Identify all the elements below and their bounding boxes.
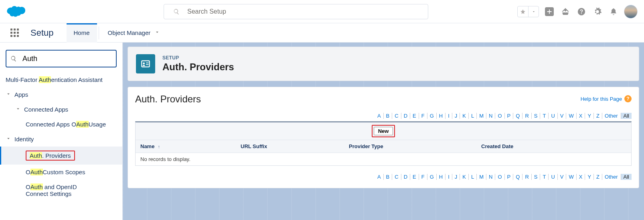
alpha-filter-o[interactable]: O bbox=[495, 174, 504, 180]
alpha-filter-v[interactable]: V bbox=[557, 113, 566, 119]
help-for-page-link[interactable]: Help for this Page ? bbox=[581, 95, 632, 102]
alpha-filter-c[interactable]: C bbox=[392, 113, 401, 119]
alpha-filter-q[interactable]: Q bbox=[513, 174, 522, 180]
alpha-filter-s[interactable]: S bbox=[531, 113, 540, 119]
alpha-filter-all[interactable]: All bbox=[621, 174, 632, 180]
user-avatar[interactable] bbox=[624, 5, 638, 18]
alpha-filter-d[interactable]: D bbox=[401, 113, 410, 119]
alpha-filter-r[interactable]: R bbox=[522, 174, 531, 180]
alpha-filter-s[interactable]: S bbox=[531, 174, 540, 180]
col-header-url-suffix[interactable]: URL Suffix bbox=[236, 140, 344, 153]
label-highlight: Auth bbox=[76, 121, 89, 128]
search-icon bbox=[10, 55, 17, 63]
alpha-filter-x[interactable]: X bbox=[576, 113, 585, 119]
alpha-filter-p[interactable]: P bbox=[504, 174, 513, 180]
favorite-star-button[interactable] bbox=[518, 6, 528, 17]
alpha-filter-y[interactable]: Y bbox=[585, 174, 593, 180]
setup-gear-icon[interactable] bbox=[592, 6, 603, 17]
sidebar-item-mfa-assistant[interactable]: Multi-Factor Authentication Assistant bbox=[0, 72, 122, 87]
favorite-dropdown-button[interactable] bbox=[528, 6, 539, 17]
alpha-filter-y[interactable]: Y bbox=[585, 113, 593, 119]
alpha-filter-l[interactable]: L bbox=[468, 113, 476, 119]
quick-find-wrap bbox=[6, 50, 117, 67]
alpha-filter-o[interactable]: O bbox=[495, 113, 504, 119]
sidebar-item-auth-providers[interactable]: Auth. Providers bbox=[0, 147, 122, 165]
alpha-filter-p[interactable]: P bbox=[504, 113, 513, 119]
page-header-card: SETUP Auth. Providers bbox=[128, 47, 639, 81]
chevron-down-icon bbox=[154, 29, 160, 36]
alpha-filter-x[interactable]: X bbox=[576, 174, 585, 180]
alpha-filter-c[interactable]: C bbox=[392, 174, 401, 180]
col-header-provider-type[interactable]: Provider Type bbox=[344, 140, 476, 153]
alpha-filter-k[interactable]: K bbox=[460, 174, 468, 180]
alpha-filter-i[interactable]: I bbox=[445, 174, 452, 180]
help-icon[interactable] bbox=[576, 6, 587, 17]
sidebar-node-identity[interactable]: Identity bbox=[0, 132, 122, 147]
alpha-filter-j[interactable]: J bbox=[452, 174, 460, 180]
notifications-bell-icon[interactable] bbox=[608, 6, 619, 17]
tab-home[interactable]: Home bbox=[67, 23, 97, 43]
sidebar-item-oauth-custom-scopes[interactable]: OAuth Custom Scopes bbox=[0, 165, 122, 179]
sidebar-item-label: Apps bbox=[14, 91, 28, 98]
alpha-filter-f[interactable]: F bbox=[419, 174, 427, 180]
alpha-filter-j[interactable]: J bbox=[452, 113, 460, 119]
app-launcher-icon[interactable] bbox=[10, 29, 19, 37]
alpha-filter-u[interactable]: U bbox=[548, 174, 557, 180]
alpha-filter-g[interactable]: G bbox=[427, 174, 436, 180]
alpha-filter-l[interactable]: L bbox=[468, 174, 476, 180]
col-header-created-date[interactable]: Created Date bbox=[476, 140, 631, 153]
alpha-filter-v[interactable]: V bbox=[557, 174, 566, 180]
alpha-filter-z[interactable]: Z bbox=[593, 113, 602, 119]
help-icon: ? bbox=[624, 95, 632, 102]
alpha-filter-e[interactable]: E bbox=[410, 113, 419, 119]
alpha-filter-e[interactable]: E bbox=[410, 174, 419, 180]
tab-object-manager[interactable]: Object Manager bbox=[101, 23, 168, 43]
alpha-filter-d[interactable]: D bbox=[401, 174, 410, 180]
alpha-filter-n[interactable]: N bbox=[486, 113, 495, 119]
alpha-filter-b[interactable]: B bbox=[383, 174, 392, 180]
sidebar-node-connected-apps[interactable]: Connected Apps bbox=[0, 102, 122, 117]
alpha-filter-w[interactable]: W bbox=[566, 113, 576, 119]
alpha-filter-n[interactable]: N bbox=[486, 174, 495, 180]
quick-find-input[interactable] bbox=[6, 50, 117, 67]
alpha-filter-r[interactable]: R bbox=[522, 113, 531, 119]
salesforce-logo bbox=[6, 4, 27, 19]
auth-providers-panel: Auth. Providers Help for this Page ? ABC… bbox=[128, 87, 639, 188]
alpha-filter-b[interactable]: B bbox=[383, 113, 392, 119]
alpha-filter-t[interactable]: T bbox=[540, 174, 548, 180]
alpha-filter-u[interactable]: U bbox=[548, 113, 557, 119]
alpha-filter-other[interactable]: Other bbox=[602, 113, 620, 119]
alpha-filter-m[interactable]: M bbox=[476, 174, 486, 180]
alpha-filter-w[interactable]: W bbox=[566, 174, 576, 180]
alpha-filter-f[interactable]: F bbox=[419, 113, 427, 119]
sidebar-node-apps[interactable]: Apps bbox=[0, 87, 122, 102]
alpha-filter-a[interactable]: A bbox=[375, 113, 383, 119]
highlight-annotation: Auth. Providers bbox=[26, 151, 75, 161]
context-bar: Setup Home Object Manager bbox=[0, 23, 644, 43]
col-header-name[interactable]: Name ↑ bbox=[136, 140, 236, 153]
sidebar-item-connected-apps-oauth-usage[interactable]: Connected Apps OAuth Usage bbox=[0, 117, 122, 132]
sidebar-item-oauth-oidc-settings[interactable]: OAuth and OpenID Connect Settings bbox=[0, 179, 92, 201]
panel-title: Auth. Providers bbox=[135, 94, 201, 105]
alpha-filter-m[interactable]: M bbox=[476, 113, 486, 119]
new-button[interactable]: New bbox=[374, 127, 393, 135]
global-search-input[interactable] bbox=[164, 4, 428, 19]
alpha-filter-z[interactable]: Z bbox=[593, 174, 602, 180]
label-pre: Connected Apps O bbox=[26, 121, 76, 128]
global-header bbox=[0, 0, 644, 23]
alpha-filter-i[interactable]: I bbox=[445, 113, 452, 119]
alpha-filter-all[interactable]: All bbox=[621, 113, 632, 119]
label-post: entication Assistant bbox=[51, 76, 102, 83]
alpha-filter-g[interactable]: G bbox=[427, 113, 436, 119]
grid-empty-message: No records to display. bbox=[136, 153, 631, 165]
records-grid: New Name ↑ URL Suffix Provider Type Crea… bbox=[135, 121, 632, 166]
alpha-filter-a[interactable]: A bbox=[375, 174, 383, 180]
add-button[interactable] bbox=[544, 6, 555, 17]
alpha-filter-other[interactable]: Other bbox=[602, 174, 620, 180]
alpha-filter-q[interactable]: Q bbox=[513, 113, 522, 119]
alpha-filter-h[interactable]: H bbox=[436, 174, 445, 180]
alpha-filter-k[interactable]: K bbox=[460, 113, 468, 119]
alpha-filter-t[interactable]: T bbox=[540, 113, 548, 119]
alpha-filter-h[interactable]: H bbox=[436, 113, 445, 119]
trailhead-icon[interactable] bbox=[560, 6, 571, 17]
